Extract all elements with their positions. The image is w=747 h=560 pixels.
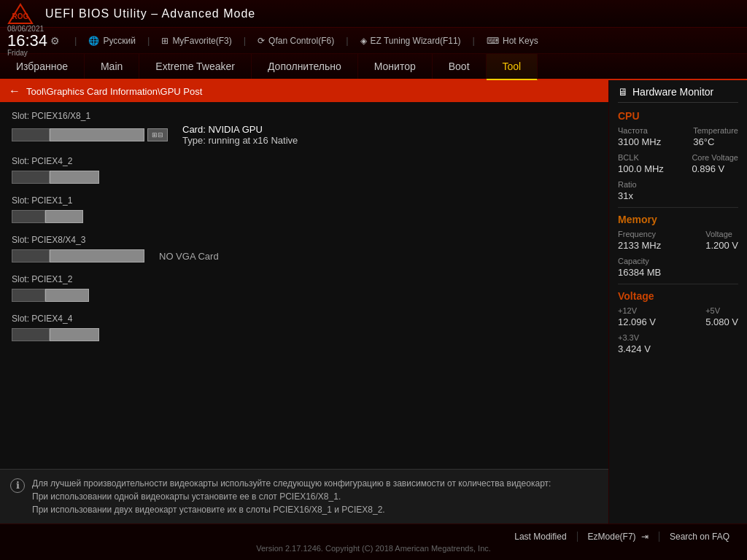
mem-freq-value: 2133 MHz bbox=[618, 240, 661, 251]
volt-5-value: 5.080 V bbox=[705, 316, 738, 327]
cpu-ratio-value: 31x bbox=[618, 190, 738, 201]
main-content: ← Tool\Graphics Card Information\GPU Pos… bbox=[0, 80, 608, 524]
volt-12-value: 12.096 V bbox=[618, 316, 656, 327]
slot-pciex16-x8-1: Slot: PCIEX16/X8_1 ⊞⊟ Card: NVIDIA GPU T… bbox=[12, 111, 597, 146]
info-text: Для лучшей производительности видеокарты… bbox=[32, 477, 551, 516]
slot-1-card-type: Type: running at x16 Native bbox=[182, 135, 298, 146]
last-modified-button[interactable]: Last Modified bbox=[504, 532, 576, 542]
info-line2: При использовании одной видеокарты устан… bbox=[32, 490, 551, 503]
cpu-bclk-cv-row: BCLK 100.0 MHz Core Voltage 0.896 V bbox=[618, 153, 738, 174]
tab-tool[interactable]: Tool bbox=[487, 54, 538, 80]
tab-dopolnitelno[interactable]: Дополнительно bbox=[252, 54, 358, 79]
no-vga-label-4: NO VGA Card bbox=[159, 251, 219, 262]
volt-33-value: 3.424 V bbox=[618, 343, 738, 354]
slot-pciex8-x4-3: Slot: PCIEX8/X4_3 NO VGA Card bbox=[12, 235, 597, 264]
footer-buttons: Last Modified EzMode(F7) ⇥ Search on FAQ bbox=[0, 532, 747, 542]
footer: Last Modified EzMode(F7) ⇥ Search on FAQ… bbox=[0, 524, 747, 560]
cpu-frequency: Частота 3100 MHz bbox=[618, 126, 661, 147]
slot-pciex4-4: Slot: PCIEX4_4 bbox=[12, 314, 597, 343]
eztuning-label: EZ Tuning Wizard(F11) bbox=[371, 36, 461, 46]
tuning-icon: ◈ bbox=[360, 36, 367, 46]
info-line1: Для лучшей производительности видеокарты… bbox=[32, 477, 551, 490]
cpu-core-voltage: Core Voltage 0.896 V bbox=[692, 153, 738, 174]
language-label: Русский bbox=[103, 36, 136, 46]
tab-boot[interactable]: Boot bbox=[433, 54, 487, 79]
slot-label-3: Slot: PCIEX1_1 bbox=[12, 195, 597, 206]
info-box: ℹ Для лучшей производительности видеокар… bbox=[0, 469, 608, 524]
slots-area: Slot: PCIEX16/X8_1 ⊞⊟ Card: NVIDIA GPU T… bbox=[0, 102, 608, 469]
rog-logo: ROG bbox=[7, 3, 34, 25]
info-line3: При использовании двух видеокарт установ… bbox=[32, 503, 551, 516]
divider-1 bbox=[618, 207, 738, 208]
cpu-cv-label: Core Voltage bbox=[692, 153, 738, 162]
back-button[interactable]: ← bbox=[9, 85, 20, 98]
header-bar: ROG UEFI BIOS Utility – Advanced Mode bbox=[0, 0, 747, 28]
svg-text:ROG: ROG bbox=[12, 12, 29, 20]
hotkeys-button[interactable]: ⌨ Hot Keys bbox=[487, 36, 538, 46]
memory-section-title: Memory bbox=[618, 214, 738, 225]
ez-mode-button[interactable]: EzMode(F7) ⇥ bbox=[577, 532, 659, 542]
mem-voltage: Voltage 1.200 V bbox=[705, 230, 738, 251]
hotkeys-label: Hot Keys bbox=[503, 36, 538, 46]
slot-label-5: Slot: PCIEX1_2 bbox=[12, 274, 597, 284]
cpu-temp-label: Temperature bbox=[693, 126, 738, 135]
pcie-icon-1: ⊞⊟ bbox=[147, 128, 168, 141]
globe-icon: 🌐 bbox=[88, 36, 99, 46]
slot-label-2: Slot: PCIEX4_2 bbox=[12, 156, 597, 166]
breadcrumb: ← Tool\Graphics Card Information\GPU Pos… bbox=[0, 80, 608, 102]
cpu-cv-value: 0.896 V bbox=[692, 163, 738, 174]
nav-tabs: Избранное Main Extreme Tweaker Дополните… bbox=[0, 54, 747, 80]
settings-icon[interactable]: ⚙ bbox=[50, 35, 60, 47]
mem-freq-volt-row: Frequency 2133 MHz Voltage 1.200 V bbox=[618, 230, 738, 251]
cpu-temp-value: 36°C bbox=[693, 136, 738, 147]
cpu-bclk-value: 100.0 MHz bbox=[618, 163, 664, 174]
footer-version: Version 2.17.1246. Copyright (C) 2018 Am… bbox=[256, 544, 491, 553]
cpu-ratio-label: Ratio bbox=[618, 180, 738, 189]
mem-capacity: Capacity 16384 MB bbox=[618, 257, 738, 278]
fan-icon: ⟳ bbox=[258, 36, 265, 46]
search-faq-button[interactable]: Search on FAQ bbox=[659, 532, 740, 542]
slot-pciex1-1: Slot: PCIEX1_1 bbox=[12, 195, 597, 225]
mem-freq-label: Frequency bbox=[618, 230, 661, 238]
tab-izbrannoye[interactable]: Избранное bbox=[0, 54, 85, 79]
mem-volt-value: 1.200 V bbox=[705, 240, 738, 251]
volt-5: +5V 5.080 V bbox=[705, 306, 738, 327]
voltage-section-title: Voltage bbox=[618, 290, 738, 302]
pcie-connector-4 bbox=[12, 248, 144, 264]
cpu-temperature: Temperature 36°C bbox=[693, 126, 738, 147]
myfavorite-button[interactable]: ⊞ MyFavorite(F3) bbox=[161, 36, 231, 46]
tab-extreme-tweaker[interactable]: Extreme Tweaker bbox=[139, 54, 252, 79]
ez-mode-label: EzMode(F7) bbox=[588, 532, 636, 542]
hw-monitor-title: 🖥 Hardware Monitor bbox=[618, 86, 738, 103]
bookmark-icon: ⊞ bbox=[161, 36, 169, 46]
mem-cap-value: 16384 MB bbox=[618, 267, 738, 278]
language-button[interactable]: 🌐 Русский bbox=[88, 36, 136, 46]
arrow-right-icon: ⇥ bbox=[641, 532, 649, 542]
info-icon: ℹ bbox=[10, 478, 25, 493]
divider-2 bbox=[618, 284, 738, 284]
tab-main[interactable]: Main bbox=[85, 54, 139, 79]
time-display: 16:34 bbox=[7, 33, 47, 49]
cpu-section-title: CPU bbox=[618, 110, 738, 122]
slot-1-card-info: Card: NVIDIA GPU Type: running at x16 Na… bbox=[182, 124, 298, 146]
pcie-connector-3 bbox=[12, 209, 597, 225]
pcie-connector-2 bbox=[12, 169, 597, 185]
tab-monitor[interactable]: Монитор bbox=[358, 54, 433, 79]
cpu-freq-temp-row: Частота 3100 MHz Temperature 36°C bbox=[618, 126, 738, 147]
hw-monitor-label: Hardware Monitor bbox=[632, 86, 713, 98]
key-icon: ⌨ bbox=[487, 36, 499, 46]
breadcrumb-path: Tool\Graphics Card Information\GPU Post bbox=[26, 86, 202, 97]
cpu-bclk: BCLK 100.0 MHz bbox=[618, 153, 664, 174]
cpu-freq-label: Частота bbox=[618, 126, 661, 135]
volt-33: +3.3V 3.424 V bbox=[618, 333, 738, 354]
slot-1-card-name: Card: NVIDIA GPU bbox=[182, 124, 298, 135]
hardware-monitor-sidebar: 🖥 Hardware Monitor CPU Частота 3100 MHz … bbox=[608, 80, 747, 524]
eztuning-button[interactable]: ◈ EZ Tuning Wizard(F11) bbox=[360, 36, 461, 46]
datetime-display: 08/06/2021 16:34 ⚙ Friday bbox=[7, 25, 60, 57]
cpu-ratio: Ratio 31x bbox=[618, 180, 738, 201]
qfan-button[interactable]: ⟳ Qfan Control(F6) bbox=[258, 36, 334, 46]
slot-pciex4-2: Slot: PCIEX4_2 bbox=[12, 156, 597, 185]
slot-label-1: Slot: PCIEX16/X8_1 bbox=[12, 111, 597, 121]
myfavorite-label: MyFavorite(F3) bbox=[172, 36, 231, 46]
toolbar: 08/06/2021 16:34 ⚙ Friday | 🌐 Русский | … bbox=[0, 28, 747, 54]
